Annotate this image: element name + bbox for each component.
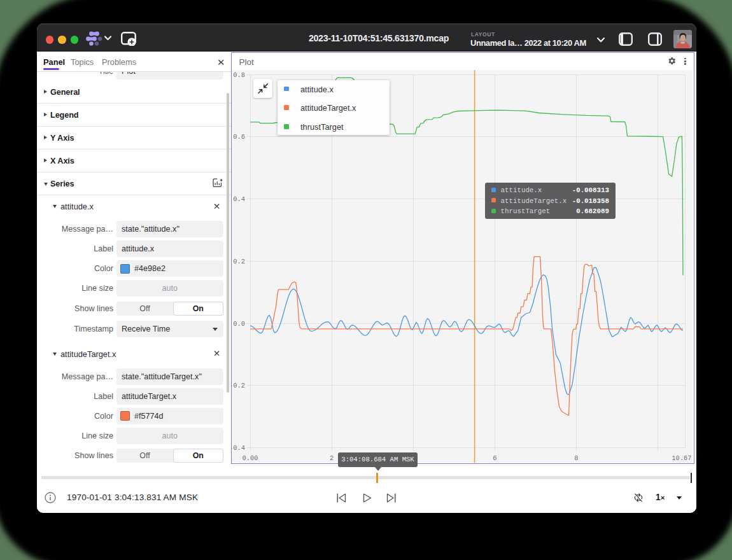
svg-text:0.6: 0.6: [234, 133, 246, 141]
svg-text:8: 8: [575, 454, 579, 461]
svg-text:0.00: 0.00: [243, 454, 258, 461]
svg-text:0.0: 0.0: [234, 319, 246, 327]
svg-text:2: 2: [330, 454, 334, 461]
svg-text:0.4: 0.4: [234, 195, 246, 203]
svg-text:0.2: 0.2: [234, 258, 246, 265]
svg-text:10.67: 10.67: [672, 454, 692, 461]
svg-text:-0.4: -0.4: [232, 444, 245, 452]
svg-text:-0.2: -0.2: [232, 382, 245, 389]
svg-text:0.8: 0.8: [234, 71, 246, 78]
svg-text:6: 6: [493, 454, 497, 461]
